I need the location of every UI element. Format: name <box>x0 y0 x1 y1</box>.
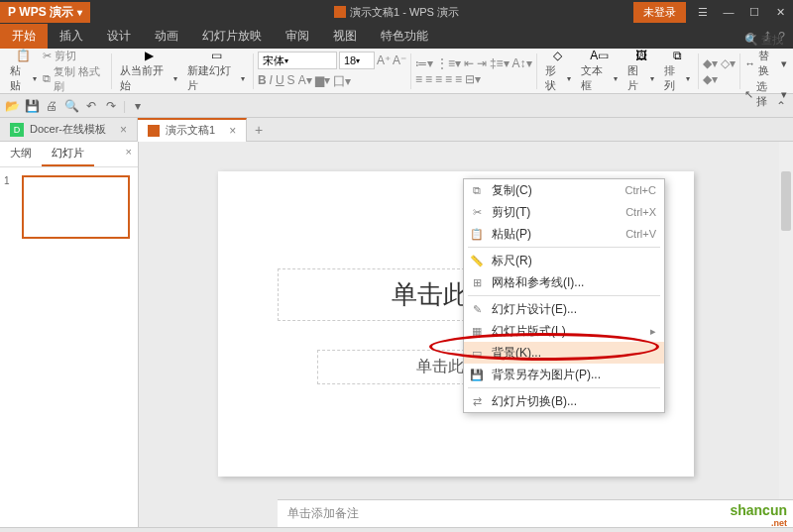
slides-tab[interactable]: 幻灯片 <box>42 142 94 166</box>
shape-outline-button[interactable]: ◇▾ <box>721 56 736 70</box>
menu-design[interactable]: 设计 <box>95 24 143 49</box>
notes-pane[interactable]: 单击添加备注 <box>278 499 793 527</box>
grid-icon: ⊞ <box>470 275 484 289</box>
align-left-button[interactable]: ≡ <box>415 72 422 86</box>
maximize-button[interactable]: ☐ <box>741 0 767 24</box>
text-direction-button[interactable]: A↕▾ <box>512 56 532 70</box>
ctx-background[interactable]: ▭ 背景(K)... <box>464 342 664 364</box>
menu-review[interactable]: 审阅 <box>274 24 321 49</box>
menu-view[interactable]: 视图 <box>321 24 369 49</box>
align-right-button[interactable]: ≡ <box>435 72 442 86</box>
paste-group[interactable]: 📋 粘贴▾ <box>6 51 41 91</box>
shape-fill-button[interactable]: ◆▾ <box>703 56 718 70</box>
outline-tab[interactable]: 大纲 <box>0 142 42 166</box>
ctx-grid[interactable]: ⊞ 网格和参考线(I)... <box>464 271 664 293</box>
tab-close-icon[interactable]: × <box>229 124 236 138</box>
font-color-button[interactable]: A▾ <box>298 73 312 90</box>
vertical-scrollbar[interactable] <box>779 142 793 527</box>
slide-panel: 大纲 幻灯片 × 1 <box>0 142 139 527</box>
indent-dec-button[interactable]: ⇤ <box>464 56 474 70</box>
align-center-button[interactable]: ≡ <box>425 72 432 86</box>
preview-icon[interactable]: 🔍 <box>63 98 79 114</box>
shape-effect-button[interactable]: ◆▾ <box>703 72 718 86</box>
menu-insert[interactable]: 插入 <box>48 24 95 49</box>
menu-start[interactable]: 开始 <box>0 24 48 49</box>
minimize-ribbon-icon[interactable]: ⌃ <box>773 98 789 114</box>
shape-button[interactable]: ◇ 形状▾ <box>541 51 576 91</box>
replace-button[interactable]: ↔ 替换▾ <box>744 49 787 78</box>
docer-icon: D <box>10 123 24 137</box>
cut-button[interactable]: ✂ 剪切 <box>43 49 108 63</box>
ctx-cut[interactable]: ✂ 剪切(T)Ctrl+X <box>464 201 664 223</box>
redo-icon[interactable]: ↷ <box>103 98 119 114</box>
minimize-button[interactable]: — <box>716 0 741 24</box>
tab-close-icon[interactable]: × <box>120 123 127 137</box>
bold-button[interactable]: B <box>258 73 267 90</box>
new-slide-icon: ▭ <box>204 49 228 62</box>
align-justify-button[interactable]: ≡ <box>445 72 452 86</box>
ctx-ruler[interactable]: 📏 标尺(R) <box>464 250 664 271</box>
textbox-button[interactable]: A▭ 文本框▾ <box>577 51 622 91</box>
statusbar: 幻灯片 1 / 1 默认设计模板 ✎ 备注 ⊞ ⊟ ▭ ▶ 60 % − + ⊡ <box>0 527 793 532</box>
context-menu: ⧉ 复制(C)Ctrl+C ✂ 剪切(T)Ctrl+X 📋 粘贴(P)Ctrl+… <box>463 178 665 413</box>
numbering-button[interactable]: ⋮≡▾ <box>436 56 461 70</box>
doc-tab-presentation[interactable]: 演示文稿1 × <box>138 118 247 142</box>
picture-button[interactable]: 🖼 图片▾ <box>623 51 658 91</box>
copy-icon: ⧉ <box>470 183 484 197</box>
copy-button[interactable]: ⧉ 复制 格式刷 <box>43 64 108 94</box>
new-slide-button[interactable]: ▭ 新建幻灯片▾ <box>183 51 249 91</box>
scrollbar-thumb[interactable] <box>781 171 791 231</box>
presentation-icon <box>334 6 346 18</box>
panel-close-icon[interactable]: × <box>120 142 138 166</box>
menu-slideshow[interactable]: 幻灯片放映 <box>190 24 274 49</box>
shapes-icon: ◇ <box>546 49 570 62</box>
paste-icon: 📋 <box>11 49 35 62</box>
vert-align-button[interactable]: ⊟▾ <box>465 72 481 86</box>
bullets-button[interactable]: ≔▾ <box>415 56 433 70</box>
line-spacing-button[interactable]: ‡≡▾ <box>490 56 510 70</box>
undo-icon[interactable]: ↶ <box>83 98 99 114</box>
layout-icon: ▦ <box>470 324 484 338</box>
save-icon[interactable]: 💾 <box>24 98 40 114</box>
doc-tab-docer[interactable]: D Docer-在线模板 × <box>0 118 138 142</box>
ctx-design[interactable]: ✎ 幻灯片设计(E)... <box>464 298 664 320</box>
ctx-copy[interactable]: ⧉ 复制(C)Ctrl+C <box>464 179 664 201</box>
menubar: 开始 插入 设计 动画 幻灯片放映 审阅 视图 特色功能 ⟳ ⤴ ? <box>0 24 793 49</box>
highlight-button[interactable]: ▆▾ <box>315 73 330 90</box>
slide-thumbnail[interactable] <box>22 175 130 239</box>
ctx-paste[interactable]: 📋 粘贴(P)Ctrl+V <box>464 223 664 245</box>
find-button[interactable]: 🔍 查找 <box>744 33 787 48</box>
add-tab-button[interactable]: + <box>247 122 271 138</box>
menu-animation[interactable]: 动画 <box>143 24 190 49</box>
font-size-combo[interactable]: 18 ▾ <box>339 52 375 69</box>
font-effects-button[interactable]: 囗▾ <box>333 73 351 90</box>
app-badge[interactable]: P WPS 演示▾ <box>0 2 90 23</box>
align-distribute-button[interactable]: ≡ <box>455 72 462 86</box>
ctx-save-bg[interactable]: 💾 背景另存为图片(P)... <box>464 364 664 385</box>
save-bg-icon: 💾 <box>470 368 484 381</box>
ctx-layout[interactable]: ▦ 幻灯片版式(L)▸ <box>464 320 664 342</box>
strikethrough-button[interactable]: S <box>287 73 295 90</box>
underline-button[interactable]: U <box>276 73 284 90</box>
picture-icon: 🖼 <box>629 49 653 62</box>
open-icon[interactable]: 📂 <box>4 98 20 114</box>
qat-button[interactable]: ☰ <box>690 0 716 24</box>
workspace: 大纲 幻灯片 × 1 单击此处添 单击此处添 单击添加备注 <box>0 142 793 527</box>
indent-inc-button[interactable]: ⇥ <box>477 56 487 70</box>
menu-special[interactable]: 特色功能 <box>369 24 440 49</box>
document-tabs: D Docer-在线模板 × 演示文稿1 × + <box>0 118 793 142</box>
print-icon[interactable]: 🖨 <box>44 98 59 114</box>
qat-dropdown[interactable]: ▾ <box>130 98 146 114</box>
textbox-icon: A▭ <box>588 49 612 62</box>
from-current-button[interactable]: ▶ 从当前开始▾ <box>116 51 181 91</box>
font-name-combo[interactable]: 宋体 ▾ <box>258 52 337 69</box>
arrange-button[interactable]: ⧉ 排列▾ <box>660 51 695 91</box>
ctx-transition[interactable]: ⇄ 幻灯片切换(B)... <box>464 390 664 412</box>
italic-button[interactable]: I <box>270 73 273 90</box>
shrink-font-button[interactable]: A⁻ <box>393 53 406 67</box>
grow-font-button[interactable]: A⁺ <box>377 53 391 67</box>
login-button[interactable]: 未登录 <box>633 2 686 23</box>
arrange-icon: ⧉ <box>665 49 689 62</box>
transition-icon: ⇄ <box>470 394 484 408</box>
close-button[interactable]: ✕ <box>767 0 793 24</box>
